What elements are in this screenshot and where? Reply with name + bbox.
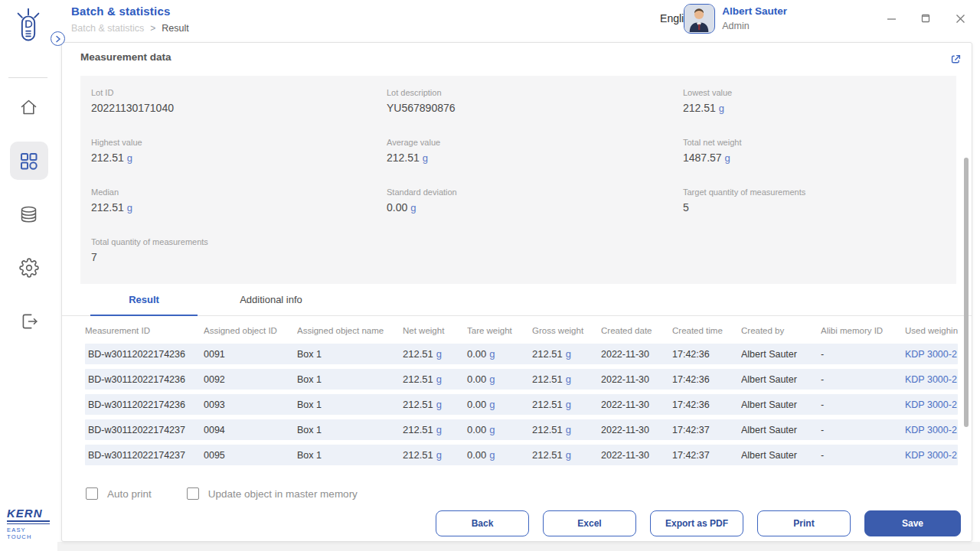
measurement-summary: Lot ID 20221130171040 Lot description YU… <box>80 76 956 284</box>
cell-created-date: 2022-11-30 <box>601 450 672 461</box>
cell-created-time: 17:42:37 <box>672 450 741 461</box>
field-value: 212.51g <box>91 152 387 164</box>
field-lot-description: Lot description YU567890876 <box>387 88 683 114</box>
table-body: BD-w30112022174236 0091 Box 1 212.51g 0.… <box>85 344 958 465</box>
field-value: 20221130171040 <box>91 102 387 114</box>
cell-assigned-object-name: Box 1 <box>297 374 403 385</box>
unit-label: g <box>725 152 730 164</box>
cell-created-time: 17:42:36 <box>672 399 741 410</box>
cell-net-weight: 212.51g <box>403 373 467 385</box>
close-button[interactable] <box>954 12 966 24</box>
fullscreen-toggle-button[interactable] <box>948 51 964 67</box>
breadcrumb-current: Result <box>162 23 188 34</box>
print-button[interactable]: Print <box>757 510 851 536</box>
cell-created-date: 2022-11-30 <box>601 374 672 385</box>
sidebar-item-settings[interactable] <box>10 249 48 287</box>
cell-used-weighing-scale-link[interactable]: KDP 3000-2 / <box>905 349 958 360</box>
cell-used-weighing-scale-link[interactable]: KDP 3000-2 / <box>905 450 958 461</box>
table-row[interactable]: BD-w30112022174236 0092 Box 1 212.51g 0.… <box>85 369 958 390</box>
sidebar-item-home[interactable] <box>10 88 48 126</box>
section-title: Measurement data <box>80 51 172 63</box>
field-median: Median 212.51g <box>91 187 387 214</box>
cell-net-weight: 212.51g <box>403 449 467 461</box>
checkbox-icon[interactable] <box>187 487 199 500</box>
cell-tare-weight: 0.00g <box>467 449 532 461</box>
cell-tare-weight: 0.00g <box>467 424 532 435</box>
field-average-value: Average value 212.51g <box>387 138 683 164</box>
export-pdf-button[interactable]: Export as PDF <box>650 510 743 536</box>
cell-measurement-id: BD-w30112022174236 <box>85 349 204 360</box>
cell-measurement-id: BD-w30112022174236 <box>85 399 204 410</box>
cell-measurement-id: BD-w30112022174237 <box>85 450 204 461</box>
cell-assigned-object-id: 0094 <box>204 425 297 435</box>
avatar <box>684 4 715 34</box>
home-icon <box>18 97 39 117</box>
cell-gross-weight: 212.51g <box>532 348 601 360</box>
field-total-net-weight: Total net weight 1487.57g <box>683 138 956 164</box>
vertical-scrollbar[interactable] <box>964 158 969 427</box>
cell-gross-weight: 212.51g <box>532 449 601 461</box>
back-button[interactable]: Back <box>436 510 529 536</box>
cell-assigned-object-id: 0095 <box>204 450 297 461</box>
content-panel: Measurement data Lot ID 20221130171040 L… <box>61 42 972 542</box>
save-button[interactable]: Save <box>864 510 961 536</box>
checkbox-label: Update object in master memory <box>208 488 358 500</box>
minimize-button[interactable] <box>885 12 897 24</box>
column-header: Measurement ID <box>85 326 204 335</box>
table-row[interactable]: BD-w30112022174237 0095 Box 1 212.51g 0.… <box>85 445 958 465</box>
table-row[interactable]: BD-w30112022174237 0094 Box 1 212.51g 0.… <box>85 419 958 440</box>
cell-assigned-object-id: 0093 <box>204 399 297 410</box>
cell-used-weighing-scale-link[interactable]: KDP 3000-2 / <box>905 399 958 410</box>
field-label: Target quantity of measurements <box>683 187 956 197</box>
field-target-quantity: Target quantity of measurements 5 <box>683 187 956 214</box>
cell-created-time: 17:42:36 <box>672 374 741 385</box>
table-header-row: Measurement IDAssigned object IDAssigned… <box>85 318 958 344</box>
cell-net-weight: 212.51g <box>403 399 467 410</box>
user-role: Admin <box>722 21 787 31</box>
cell-created-date: 2022-11-30 <box>601 425 672 435</box>
auto-print-checkbox[interactable]: Auto print <box>86 487 152 500</box>
sidebar-item-database[interactable] <box>10 195 48 233</box>
checkbox-icon[interactable] <box>86 487 98 500</box>
cell-tare-weight: 0.00g <box>467 348 532 360</box>
tab-result[interactable]: Result <box>90 294 198 316</box>
cell-created-by: Albert Sauter <box>741 399 821 410</box>
app-window: { "colors": { "accent_blue": "#2d5bbf", … <box>0 0 980 551</box>
breadcrumb-parent[interactable]: Batch & statistics <box>71 23 144 34</box>
field-value: 5 <box>683 201 956 214</box>
maximize-button[interactable] <box>920 12 932 24</box>
field-value: 7 <box>91 251 387 263</box>
field-lot-id: Lot ID 20221130171040 <box>91 88 387 114</box>
breadcrumb-separator-icon: > <box>150 23 155 34</box>
tab-additional-info[interactable]: Additional info <box>217 294 325 315</box>
table-row[interactable]: BD-w30112022174236 0091 Box 1 212.51g 0.… <box>85 344 958 364</box>
cell-alibi-memory-id: - <box>821 425 905 435</box>
user-name: Albert Sauter <box>722 5 787 17</box>
kern-logo-line <box>7 523 50 525</box>
cell-used-weighing-scale-link[interactable]: KDP 3000-2 / <box>905 374 958 385</box>
cell-net-weight: 212.51g <box>403 424 467 435</box>
sidebar-item-applications[interactable] <box>10 142 48 180</box>
update-object-checkbox[interactable]: Update object in master memory <box>187 487 358 500</box>
field-label: Total quantity of measurements <box>91 237 387 246</box>
sidebar-item-logout[interactable] <box>10 302 48 341</box>
cell-used-weighing-scale-link[interactable]: KDP 3000-2 / <box>905 425 958 435</box>
cell-created-by: Albert Sauter <box>741 349 821 360</box>
cell-alibi-memory-id: - <box>821 349 905 360</box>
field-label: Average value <box>387 138 683 147</box>
cell-created-by: Albert Sauter <box>741 450 821 461</box>
excel-button[interactable]: Excel <box>543 510 636 536</box>
kern-logo-line <box>7 520 50 522</box>
field-lowest-value: Lowest value 212.51g <box>683 88 956 114</box>
sidebar-expand-button[interactable] <box>51 31 65 46</box>
user-chip[interactable]: Albert Sauter Admin <box>684 4 787 34</box>
apps-grid-icon <box>18 151 39 171</box>
column-header: Tare weight <box>467 326 532 335</box>
logout-icon <box>19 311 39 331</box>
cell-created-by: Albert Sauter <box>741 425 821 435</box>
table-row[interactable]: BD-w30112022174236 0093 Box 1 212.51g 0.… <box>85 394 958 415</box>
cell-assigned-object-name: Box 1 <box>297 450 403 461</box>
easy-touch-label: EASY TOUCH <box>7 527 50 540</box>
cell-tare-weight: 0.00g <box>467 399 532 410</box>
cell-assigned-object-id: 0092 <box>204 374 297 385</box>
